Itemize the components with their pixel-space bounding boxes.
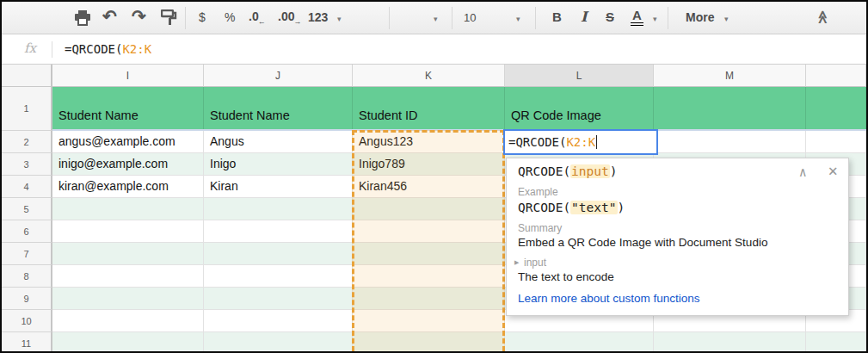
cell-J6[interactable] <box>204 220 353 243</box>
cell-N11[interactable] <box>806 332 866 351</box>
collapse-toolbar-button[interactable]: ≫ <box>816 9 829 25</box>
cell-I6[interactable] <box>52 220 204 243</box>
cell-J9[interactable] <box>204 288 353 310</box>
argument-description: The text to encode <box>518 270 848 283</box>
row-header-1[interactable]: 1 <box>2 87 52 131</box>
bold-button[interactable]: B <box>552 9 562 24</box>
toolbar-separator <box>535 7 536 29</box>
example-code: QRCODE("text") <box>518 201 848 214</box>
cell-I10[interactable] <box>52 310 204 332</box>
more-dropdown-icon[interactable]: ▾ <box>724 15 729 23</box>
cell-I9[interactable] <box>52 288 204 310</box>
formula-input[interactable]: =QRCODE(K2:K <box>65 42 151 56</box>
cell-J10[interactable] <box>204 310 353 332</box>
cell-J2[interactable]: Angus <box>204 131 353 153</box>
argument-label: ▶input <box>524 257 848 269</box>
cell-L11[interactable] <box>505 332 654 351</box>
column-header-L[interactable]: L <box>505 65 654 87</box>
editor-range-ref: K2:K <box>566 135 595 149</box>
text-color-dropdown-icon[interactable]: ▾ <box>653 15 657 23</box>
italic-button[interactable]: I <box>581 9 587 25</box>
learn-more-link[interactable]: Learn more about custom functions <box>518 292 848 305</box>
cell-I4[interactable]: kiran@example.com <box>52 176 204 198</box>
column-header-M[interactable]: M <box>654 65 806 87</box>
cell-I2[interactable]: angus@example.com <box>52 131 204 153</box>
editor-text: =QRCODE( <box>508 135 566 149</box>
row-header-8[interactable]: 8 <box>2 265 52 288</box>
column-header-N[interactable] <box>806 65 866 87</box>
toolbar: ↶ ↷ $ % .0← .00→ 123 ▾ ▾ 10 ▾ B I S A ▾ <box>2 2 866 34</box>
undo-button[interactable]: ↶ <box>102 6 117 27</box>
strikethrough-button[interactable]: S <box>606 9 614 24</box>
close-help-icon[interactable]: × <box>828 161 838 180</box>
toolbar-separator <box>668 7 668 29</box>
formula-bar: fx =QRCODE(K2:K <box>2 34 866 65</box>
decrease-decimal-button[interactable]: .0← <box>249 9 267 23</box>
row-header-6[interactable]: 6 <box>2 220 52 243</box>
number-format-button[interactable]: 123 <box>308 10 328 24</box>
function-signature: QRCODE(input) ∧ × <box>507 158 848 178</box>
cell-M11[interactable] <box>654 332 806 351</box>
toolbar-separator <box>185 7 186 29</box>
summary-text: Embed a QR Code Image with Document Stud… <box>518 236 848 249</box>
print-button[interactable] <box>74 10 91 26</box>
active-argument: input <box>570 164 610 178</box>
row-header-10[interactable]: 10 <box>2 310 52 332</box>
column-header-K[interactable]: K <box>353 65 505 87</box>
collapse-help-icon[interactable]: ∧ <box>799 164 807 180</box>
more-button[interactable]: More <box>686 10 714 24</box>
cell-I3[interactable]: inigo@example.com <box>52 153 204 176</box>
text-color-button[interactable]: A <box>631 8 643 26</box>
font-size-value[interactable]: 10 <box>464 11 476 24</box>
cell-J4[interactable]: Kiran <box>204 176 353 198</box>
cell-J7[interactable] <box>204 243 353 265</box>
row-header-7[interactable]: 7 <box>2 243 52 265</box>
cell-J11[interactable] <box>204 332 353 351</box>
paint-roller-icon <box>161 9 177 26</box>
cell-I1[interactable]: Student Name <box>52 87 204 131</box>
cell-J5[interactable] <box>204 198 353 220</box>
currency-format-button[interactable]: $ <box>199 10 206 24</box>
row-header-4[interactable]: 4 <box>2 176 52 198</box>
cell-K1[interactable]: Student ID <box>353 87 505 131</box>
cell-N1[interactable] <box>806 87 866 131</box>
font-family-dropdown-icon[interactable]: ▾ <box>434 15 438 23</box>
toolbar-separator <box>452 7 452 29</box>
column-header-J[interactable]: J <box>204 65 353 87</box>
percent-format-button[interactable]: % <box>225 10 235 24</box>
formula-range-ref: K2:K <box>122 42 151 56</box>
summary-label: Summary <box>518 222 848 234</box>
number-format-dropdown-icon[interactable]: ▾ <box>337 15 342 23</box>
redo-button[interactable]: ↷ <box>132 6 146 27</box>
paint-format-button[interactable] <box>161 9 177 26</box>
font-size-dropdown-icon[interactable]: ▾ <box>516 15 520 23</box>
function-help-popup: QRCODE(input) ∧ × Example QRCODE("text")… <box>506 158 849 316</box>
row-header-9[interactable]: 9 <box>2 288 52 310</box>
cell-J1[interactable]: Student Name <box>204 87 353 131</box>
row-header-2[interactable]: 2 <box>2 131 52 153</box>
cell-M1[interactable] <box>654 87 806 131</box>
cell-M2[interactable] <box>654 131 806 153</box>
range-highlight-K2-K <box>352 130 505 351</box>
cell-N2[interactable] <box>806 131 866 153</box>
cell-I7[interactable] <box>52 243 204 265</box>
cell-I8[interactable] <box>52 265 204 288</box>
column-header-I[interactable]: I <box>52 65 204 87</box>
example-label: Example <box>518 186 848 198</box>
row-header-11[interactable]: 11 <box>2 332 52 351</box>
cell-J3[interactable]: Inigo <box>204 153 353 176</box>
sheet-corner[interactable] <box>2 65 52 87</box>
toolbar-separator <box>389 7 390 29</box>
spreadsheet-grid: IJKLM1234567891011Student NameStudent Na… <box>2 65 866 351</box>
text-cursor <box>596 135 597 149</box>
cell-I5[interactable] <box>52 198 204 220</box>
increase-decimal-button[interactable]: .00→ <box>278 9 302 23</box>
cell-J8[interactable] <box>204 265 353 288</box>
cell-editor-L2[interactable]: =QRCODE(K2:K <box>503 129 658 155</box>
row-header-5[interactable]: 5 <box>2 198 52 220</box>
increase-decimal-arrow-icon: → <box>293 17 301 26</box>
row-header-3[interactable]: 3 <box>2 153 52 176</box>
cell-I11[interactable] <box>52 332 204 351</box>
app-window: ↶ ↷ $ % .0← .00→ 123 ▾ ▾ 10 ▾ B I S A ▾ <box>0 0 868 353</box>
cell-L1[interactable]: QR Code Image <box>505 87 654 131</box>
